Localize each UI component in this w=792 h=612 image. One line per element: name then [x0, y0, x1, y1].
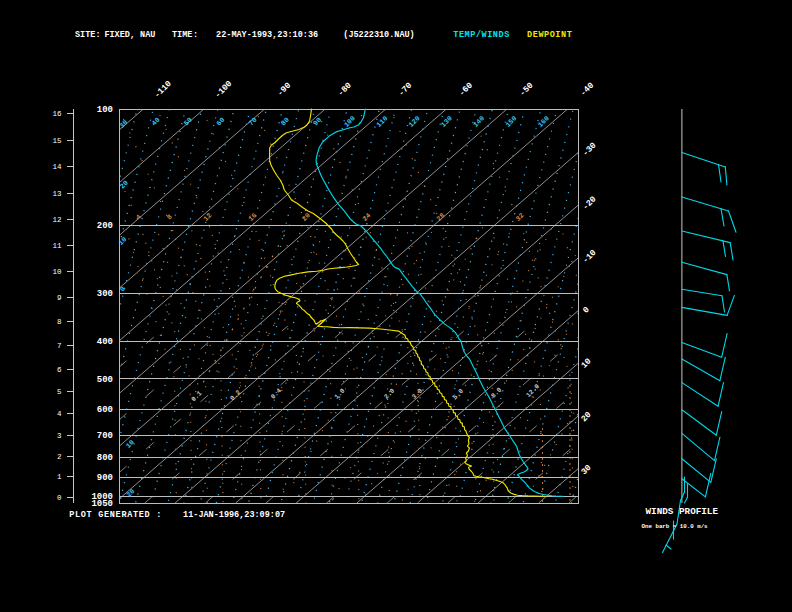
svg-text:700: 700	[97, 431, 113, 441]
svg-text:100: 100	[97, 105, 113, 115]
svg-text:11-JAN-1996,23:09:07: 11-JAN-1996,23:09:07	[183, 510, 285, 520]
svg-text:(J5222310.NAU): (J5222310.NAU)	[343, 30, 414, 40]
svg-text:4: 4	[57, 410, 62, 418]
svg-text:1050: 1050	[91, 499, 113, 509]
svg-text:16: 16	[52, 110, 62, 118]
svg-text::: :	[193, 30, 198, 40]
svg-text:7: 7	[57, 342, 62, 350]
svg-text:DEWPOINT: DEWPOINT	[527, 30, 572, 40]
svg-text:TEMP/WINDS: TEMP/WINDS	[453, 30, 510, 40]
svg-text:FIXED, NAU: FIXED, NAU	[104, 30, 155, 40]
svg-text:WINDS PROFILE: WINDS PROFILE	[646, 506, 719, 517]
svg-text:0: 0	[57, 494, 62, 502]
svg-text:400: 400	[97, 337, 113, 347]
svg-text:TIME: TIME	[172, 30, 192, 40]
svg-text:600: 600	[97, 405, 113, 415]
svg-text:13: 13	[52, 190, 62, 198]
svg-text:9: 9	[57, 294, 62, 302]
svg-text:800: 800	[97, 453, 113, 463]
svg-text:12: 12	[52, 216, 61, 224]
svg-text:3: 3	[57, 432, 62, 440]
svg-text:15: 15	[52, 137, 62, 145]
svg-text:11: 11	[52, 242, 62, 250]
svg-text:8: 8	[57, 318, 62, 326]
svg-text:900: 900	[97, 473, 113, 483]
svg-text:5: 5	[57, 388, 62, 396]
svg-text:10: 10	[52, 268, 62, 276]
svg-text:14: 14	[52, 163, 62, 171]
svg-text:300: 300	[97, 289, 113, 299]
svg-text:PLOT GENERATED :: PLOT GENERATED :	[69, 510, 162, 520]
svg-text:SITE: SITE	[75, 30, 95, 40]
svg-text:200: 200	[97, 221, 113, 231]
svg-text:1: 1	[57, 473, 62, 481]
svg-text:2: 2	[57, 453, 62, 461]
svg-text:One barb = 10.0 m/s: One barb = 10.0 m/s	[642, 523, 709, 530]
svg-text:6: 6	[57, 366, 62, 374]
svg-text:22-MAY-1993,23:10:36: 22-MAY-1993,23:10:36	[216, 30, 318, 40]
svg-text::: :	[96, 30, 101, 40]
svg-text:500: 500	[97, 375, 113, 385]
